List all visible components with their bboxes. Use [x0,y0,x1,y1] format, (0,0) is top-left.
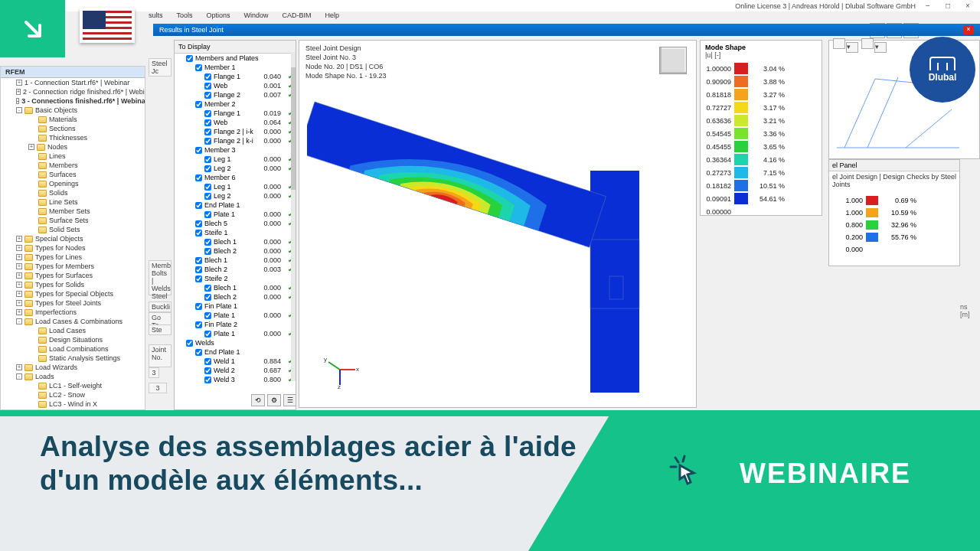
project-tree[interactable]: RFEM + 1 - Connection Start.rf6* | Webin… [0,66,145,410]
tree-node[interactable]: Thicknesses [1,133,145,142]
display-item[interactable]: Leg 10.000✔ [175,182,296,191]
display-member[interactable]: Steife 1 [175,228,296,237]
menu-item[interactable]: Help [322,11,343,22]
display-item[interactable]: Web0.001✔ [175,81,296,90]
tree-node[interactable]: Surface Sets [1,216,145,225]
panel-tool-icon[interactable]: ⚙ [267,394,281,406]
menu-item[interactable]: CAD-BIM [279,11,315,22]
tree-node[interactable]: + Special Objects [1,234,145,243]
display-member[interactable]: Member 3 [175,145,296,155]
tree-node[interactable]: + Types for Steel Joints [1,298,145,308]
legend-row: 0.818183.27 % [701,88,822,101]
tree-node[interactable]: + Types for Solids [1,280,145,289]
tree-node[interactable]: Members [1,161,145,170]
tree-node[interactable]: Surfaces [1,170,145,179]
tree-node[interactable]: + Types for Nodes [1,243,145,253]
display-member[interactable]: End Plate 1 [175,201,296,210]
fea-contour [307,86,659,393]
tree-node[interactable]: LC1 - Self-weight [1,381,145,390]
display-group[interactable]: Welds [175,338,296,347]
tool-dropdown-icon[interactable]: ▾ [874,42,887,53]
file-item[interactable]: + 2 - Connection ridge finished.rf6* | W… [1,87,145,96]
display-item[interactable]: Plate 10.000✔ [175,329,296,338]
display-item[interactable]: Plate 10.000✔ [175,311,296,320]
menu-item[interactable]: Tools [174,11,196,22]
display-item[interactable]: Blech 20.000✔ [175,246,296,256]
mini-buckling[interactable]: Buckli [149,302,172,312]
tree-node[interactable]: - Basic Objects [1,106,145,115]
display-member[interactable]: End Plate 1 [175,347,296,357]
display-item[interactable]: Flange 2 | i-k0.000✔ [175,127,296,136]
display-item[interactable]: Leg 20.000✔ [175,164,296,173]
display-member[interactable]: Blech 50.000✔ [175,219,296,228]
tool-icon[interactable] [861,38,874,49]
file-item[interactable]: - 3 - Connections finished.rf6* | Webina… [1,96,145,106]
tree-node[interactable]: + Types for Members [1,262,145,271]
panel-tool-icon[interactable]: ☰ [283,394,296,406]
display-item[interactable]: Weld 30.800✔ [175,375,296,384]
tool-icon[interactable] [833,38,845,49]
display-item[interactable]: Blech 20.000✔ [175,292,296,302]
panel-tool-icon[interactable]: ⟲ [251,394,265,406]
tree-node[interactable]: + Imperfections [1,308,145,317]
scrollbar[interactable] [291,52,296,381]
display-panel[interactable]: To Display Members and Plates Member 1 F… [174,40,296,410]
3d-viewport[interactable]: Steel Joint Design Steel Joint No. 3 Nod… [299,40,697,408]
display-item[interactable]: Web0.064✔ [175,118,296,127]
view-cube[interactable] [659,47,687,74]
tree-node[interactable]: Static Analysis Settings [1,354,145,363]
display-item[interactable]: Plate 10.000✔ [175,210,296,219]
minimize-button[interactable]: − [920,2,936,11]
display-item[interactable]: Flange 10.019✔ [175,109,296,118]
tree-node[interactable]: + Load Wizards [1,363,145,372]
tree-node[interactable]: Member Sets [1,207,145,216]
display-member[interactable]: Member 2 [175,99,296,109]
file-item[interactable]: + 1 - Connection Start.rf6* | Webinar [1,78,145,87]
menu-item[interactable]: Window [241,11,272,22]
display-item[interactable]: Flange 2 | k-i0.000✔ [175,136,296,145]
menu-item[interactable]: sults [145,11,166,22]
display-item[interactable]: Leg 10.000✔ [175,155,296,164]
tree-node[interactable]: LC2 - Snow [1,390,145,399]
display-member[interactable]: Blech 20.003✔ [175,265,296,274]
tree-node[interactable]: + Nodes [1,142,145,152]
tree-node[interactable]: Solid Sets [1,225,145,234]
project-root[interactable]: RFEM [5,68,25,76]
tree-node[interactable]: LC3 - Wind in X [1,399,145,409]
tree-node[interactable]: Sections [1,124,145,133]
menu-item[interactable]: Options [204,11,234,22]
legend-row: 0.454553.65 % [701,140,822,153]
display-item[interactable]: Blech 10.000✔ [175,237,296,246]
tree-node[interactable]: Lines [1,152,145,161]
maximize-button[interactable]: □ [940,2,956,11]
display-item[interactable]: Flange 20.007✔ [175,90,296,99]
tree-node[interactable]: - Load Cases & Combinations [1,317,145,326]
display-item[interactable]: Blech 10.000✔ [175,283,296,292]
tree-node[interactable]: + Types for Surfaces [1,271,145,280]
display-member[interactable]: Fin Plate 1 [175,302,296,311]
display-group[interactable]: Members and Plates [175,54,296,63]
display-member[interactable]: Fin Plate 2 [175,320,296,329]
tree-node[interactable]: Load Combinations [1,344,145,354]
close-icon[interactable]: × [963,25,974,34]
tree-node[interactable]: Materials [1,115,145,124]
display-member[interactable]: Member 6 [175,173,296,182]
close-button[interactable]: × [960,2,975,11]
display-member[interactable]: Steife 2 [175,274,296,283]
tree-node[interactable]: Line Sets [1,197,145,207]
tree-node[interactable]: Load Cases [1,326,145,335]
display-item[interactable]: Weld 20.687✔ [175,366,296,375]
display-member[interactable]: Member 1 [175,63,296,72]
tree-node[interactable]: Solids [1,188,145,197]
display-member[interactable]: Blech 10.000✔ [175,256,296,265]
tree-node[interactable]: + Types for Special Objects [1,289,145,298]
display-item[interactable]: Leg 20.000✔ [175,191,296,201]
tree-node[interactable]: + Types for Lines [1,253,145,262]
mini-ste[interactable]: Ste [149,324,172,335]
tree-node[interactable]: - Loads [1,372,145,381]
tree-node[interactable]: Design Situations [1,335,145,344]
tool-dropdown-icon[interactable]: ▾ [846,42,858,53]
display-item[interactable]: Weld 10.884✔ [175,357,296,366]
tree-node[interactable]: Openings [1,179,145,188]
display-item[interactable]: Flange 10.040✔ [175,72,296,81]
